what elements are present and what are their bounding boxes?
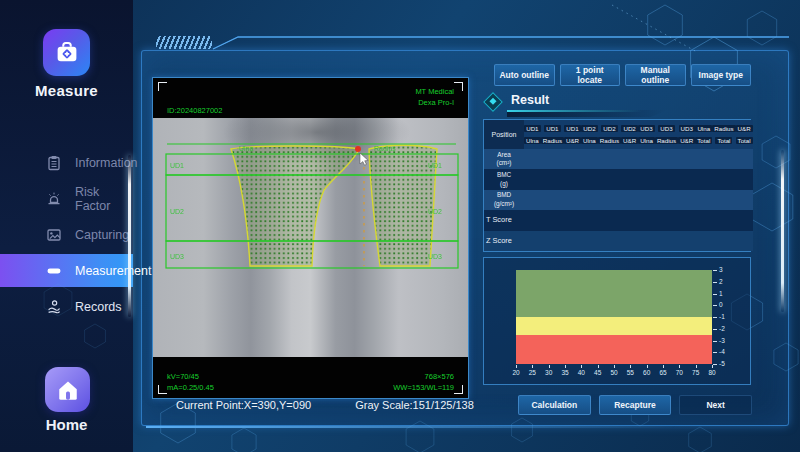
table-cell (598, 149, 621, 169)
table-cell (524, 231, 541, 251)
table-cell (695, 169, 712, 189)
image-footer-overlay: kV=70/45 mA=0.25/0.45 768×576 WW=153/WL=… (153, 357, 468, 398)
xray-viewport[interactable]: Ulna Radius UD1 UD1 UD2 UD2 UD3 UD3 (153, 118, 468, 357)
table-cell (736, 169, 753, 189)
y-tick-label: -2 (719, 325, 733, 332)
y-tick-mark (713, 352, 717, 353)
y-tick-label: -1 (719, 313, 733, 320)
table-cell (581, 231, 598, 251)
column-header-top: Ulna (695, 125, 712, 132)
records-icon (46, 299, 62, 315)
x-tick-label: 50 (607, 369, 621, 376)
region-label: UD2 (170, 208, 184, 215)
x-tick-mark (679, 365, 680, 368)
table-cell (541, 169, 564, 189)
mouse-cursor-icon (360, 153, 368, 165)
1-point-locate-button[interactable]: 1 point locate (560, 64, 621, 86)
image-type-button[interactable]: Image type (691, 64, 752, 86)
table-cell (655, 169, 678, 189)
table-row-label: Z Score (484, 231, 524, 251)
table-cell (524, 149, 541, 169)
table-cell (621, 231, 638, 251)
table-cell (621, 149, 638, 169)
table-cell (524, 210, 541, 230)
calculation-button[interactable]: Calculation (518, 395, 591, 415)
measure-app-icon[interactable] (43, 29, 90, 76)
table-row-label: BMD(g/cm²) (484, 190, 524, 210)
table-cell (598, 169, 621, 189)
sidebar-item-label: Capturing (75, 228, 129, 242)
result-title: Result (511, 93, 549, 107)
column-header-bottom: Total (715, 137, 732, 144)
table-cell (712, 149, 735, 169)
outline-toolbar: Auto outline1 point locateManual outline… (494, 64, 751, 86)
home-icon (54, 376, 82, 404)
app-title: Measure (0, 82, 133, 99)
y-tick-label: 3 (719, 266, 733, 273)
sidebar-item-measurement[interactable]: Measurement (0, 254, 133, 287)
table-cell (598, 210, 621, 230)
xray-image-panel: ID:20240827002 1 Female 47.5Y Left dista… (152, 77, 469, 399)
radius-roi-region[interactable] (231, 146, 359, 266)
auto-outline-button[interactable]: Auto outline (494, 64, 555, 86)
table-row-label: Area(cm²) (484, 149, 524, 169)
status-bar: Current Point:X=390,Y=090 Gray Scale:151… (176, 399, 474, 411)
column-header-bottom: Radius (541, 137, 564, 144)
table-cell (598, 231, 621, 251)
region-label: UD2 (428, 208, 442, 215)
ulna-roi-region[interactable] (369, 145, 437, 266)
measurement-overlay: Ulna Radius UD1 UD1 UD2 UD2 UD3 UD3 (153, 118, 470, 357)
ruler-icon (46, 263, 62, 279)
column-header-bottom: U&R (678, 137, 695, 144)
table-cell (655, 149, 678, 169)
home-button[interactable] (45, 367, 90, 412)
column-header-top: UD3 (679, 125, 695, 132)
x-tick-label: 80 (705, 369, 719, 376)
sidebar-item-information[interactable]: Information (0, 146, 133, 179)
table-cell (736, 190, 753, 210)
table-cell (655, 231, 678, 251)
x-tick-label: 75 (689, 369, 703, 376)
column-header-top: U&R (736, 125, 753, 132)
region-label: UD3 (428, 253, 442, 260)
table-cell (524, 169, 541, 189)
table-column-header: UD1U&R (564, 120, 581, 149)
y-tick-mark (713, 329, 717, 330)
table-cell (678, 231, 695, 251)
x-tick-mark (630, 365, 631, 368)
table-cell (564, 169, 581, 189)
x-tick-label: 65 (656, 369, 670, 376)
sidebar-item-risk-factor[interactable]: Risk Factor (0, 182, 133, 215)
column-header-top: Radius (712, 125, 735, 132)
corner-bracket (454, 82, 463, 91)
table-cell (638, 210, 655, 230)
osteopenia-zone (516, 317, 712, 335)
osteoporosis-zone (516, 335, 712, 364)
next-button[interactable]: Next (679, 395, 752, 415)
x-tick-mark (598, 365, 599, 368)
row-label-line1: T Score (486, 215, 512, 225)
measure-app-window: Measure InformationRisk FactorCapturingM… (0, 0, 800, 452)
table-cell (695, 190, 712, 210)
y-tick-label: -3 (719, 337, 733, 344)
y-tick-label: 1 (719, 290, 733, 297)
sidebar-item-capturing[interactable]: Capturing (0, 218, 133, 251)
sidebar-item-records[interactable]: Records (0, 290, 133, 323)
recapture-button[interactable]: Recapture (599, 395, 672, 415)
table-cell (564, 190, 581, 210)
locate-point-marker (355, 146, 361, 152)
column-header-bottom: U&R (621, 137, 638, 144)
column-header-bottom: Ulna (524, 137, 541, 144)
chart-plot-area (516, 270, 712, 364)
table-cell (695, 231, 712, 251)
y-tick-mark (713, 317, 717, 318)
table-cell (638, 190, 655, 210)
clipboard-icon (46, 155, 62, 171)
sidebar-item-label: Records (75, 300, 122, 314)
table-cell (541, 190, 564, 210)
resolution-value: 768×576 (393, 371, 454, 382)
manual-outline-button[interactable]: Manual outline (625, 64, 686, 86)
row-label-line1: BMD (497, 191, 511, 200)
corner-bracket (454, 385, 463, 394)
y-tick-mark (713, 341, 717, 342)
